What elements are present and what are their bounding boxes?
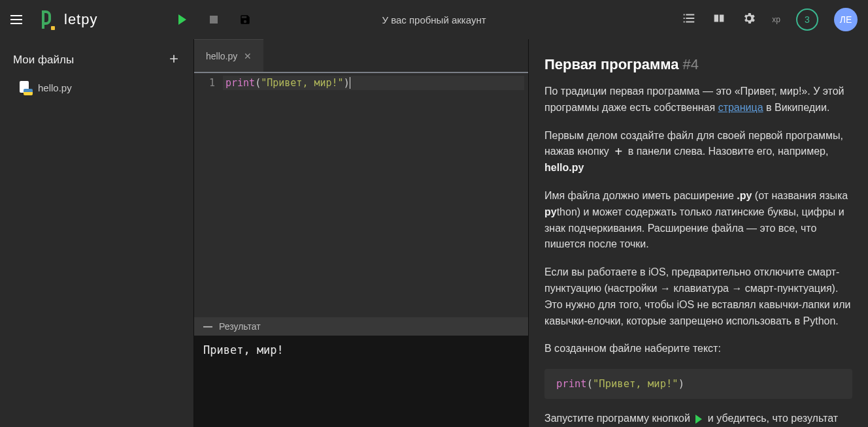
lesson-paragraph: По традиции первая программа — это «Прив… (544, 84, 852, 116)
code-content[interactable]: print("Привет, мир!") (220, 73, 528, 317)
brand-logo-icon (42, 10, 56, 29)
book-icon (712, 11, 726, 25)
gear-icon (742, 11, 756, 25)
save-button[interactable] (239, 13, 252, 26)
stop-button[interactable] (207, 13, 220, 26)
python-file-icon (18, 81, 31, 94)
run-controls (176, 13, 252, 26)
add-file-button[interactable] (167, 52, 180, 68)
editor-tab[interactable]: hello.py ✕ (194, 39, 263, 72)
editor-area: hello.py ✕ 1 print("Привет, мир!") — Рез… (193, 39, 528, 427)
lesson-step-number: #4 (683, 56, 699, 72)
tab-label: hello.py (206, 51, 237, 61)
account-status: У вас пробный аккаунт (382, 14, 486, 25)
menu-button[interactable] (10, 12, 26, 27)
xp-label: xp (772, 15, 780, 24)
list-icon (682, 11, 696, 25)
header-right: xp 3 ЛЕ (682, 8, 858, 31)
file-sidebar: Мои файлы hello.py (0, 39, 193, 427)
brand-name: letpy (64, 11, 97, 28)
result-header: — Результат (194, 317, 528, 336)
result-output: Привет, мир! (194, 336, 528, 427)
lesson-paragraph: В созданном файле наберите текст: (544, 341, 852, 357)
sidebar-title: Мои файлы (13, 54, 74, 67)
play-icon (178, 14, 186, 25)
lesson-paragraph: Если вы работаете в iOS, предварительно … (544, 264, 852, 329)
sidebar-header: Мои файлы (0, 47, 193, 76)
lesson-paragraph: Запустите программу кнопкой и убедитесь,… (544, 411, 852, 427)
plus-icon (167, 52, 180, 65)
result-label: Результат (219, 321, 261, 332)
code-editor[interactable]: 1 print("Привет, мир!") (194, 72, 528, 317)
file-item[interactable]: hello.py (0, 76, 193, 99)
play-icon (695, 415, 702, 424)
wikipedia-link[interactable]: страница (718, 102, 763, 113)
line-gutter: 1 (194, 73, 220, 317)
file-name: hello.py (38, 82, 72, 93)
tab-close-button[interactable]: ✕ (244, 51, 252, 61)
line-number: 1 (194, 76, 215, 90)
result-collapse-button[interactable]: — (203, 321, 212, 332)
plus-icon: + (612, 145, 625, 158)
brand-logo[interactable]: letpy (42, 10, 97, 29)
user-avatar[interactable]: ЛЕ (834, 8, 858, 31)
main-area: Мои файлы hello.py hello.py ✕ 1 print("П… (0, 39, 868, 427)
lesson-paragraph: Имя файла должно иметь расширение .py (о… (544, 188, 852, 253)
toc-button[interactable] (682, 11, 696, 28)
app-header: letpy У вас пробный аккаунт xp 3 ЛЕ (0, 0, 868, 39)
run-button[interactable] (176, 13, 189, 26)
stop-icon (210, 16, 218, 24)
xp-badge[interactable]: 3 (796, 8, 818, 31)
lesson-paragraph: Первым делом создайте файл для своей пер… (544, 128, 852, 176)
settings-button[interactable] (742, 11, 756, 28)
editor-tabs: hello.py ✕ (194, 39, 528, 72)
code-line: print("Привет, мир!") (223, 76, 524, 90)
lesson-code-block: print("Привет, мир!") (544, 369, 852, 399)
save-icon (239, 14, 251, 25)
lesson-title: Первая программа #4 (544, 56, 852, 73)
lessons-button[interactable] (712, 11, 726, 28)
lesson-panel: Первая программа #4 По традиции первая п… (528, 39, 868, 427)
